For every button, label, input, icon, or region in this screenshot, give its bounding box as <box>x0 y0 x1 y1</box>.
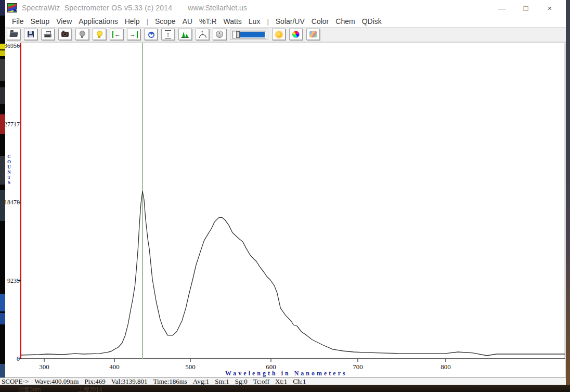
status-segment: Sg:0 <box>235 377 248 385</box>
status-segment: Val:3139.801 <box>111 377 148 385</box>
desktop-right-strip <box>566 0 570 392</box>
spectrum-plot-area[interactable] <box>0 0 570 392</box>
status-segment: SCOPE-> <box>2 377 29 385</box>
status-segment: Wave:400.09nm <box>34 377 79 385</box>
background-window-fragment <box>0 44 5 49</box>
x-tick-label: 500 <box>180 363 201 371</box>
status-segment: Ch:1 <box>293 377 306 385</box>
status-segment: Sm:1 <box>215 377 229 385</box>
x-tick-label: 300 <box>34 363 55 371</box>
desktop-left-strip-top <box>0 0 5 16</box>
x-tick-label: 700 <box>347 363 368 371</box>
status-segment: Xt:1 <box>275 377 287 385</box>
background-window-fragment <box>0 50 5 56</box>
background-window-fragment <box>0 59 5 81</box>
taskbar-item-text: 工程2014 <box>78 386 102 392</box>
status-segment: Avg:1 <box>193 377 210 385</box>
status-segment: Time:186ms <box>153 377 187 385</box>
background-window-fragment <box>0 156 5 185</box>
x-tick-label: 800 <box>435 363 456 371</box>
plot-frame <box>21 43 565 359</box>
background-window-fragment <box>0 87 5 104</box>
x-axis-title: Wavelength in Nanometers <box>225 370 347 377</box>
background-window-fragment <box>0 294 5 311</box>
background-window-fragment <box>0 313 5 324</box>
screen: SpectraWiz Spectrometer OS v5.33 (c) 201… <box>0 0 570 392</box>
background-window-fragment <box>0 190 5 221</box>
x-tick-label: 400 <box>104 363 125 371</box>
status-bar: SCOPE->Wave:400.09nmPix:469Val:3139.801T… <box>0 377 566 385</box>
status-segment: Tc:off <box>253 377 269 385</box>
spectrum-curve <box>21 191 565 356</box>
background-window-fragment <box>0 364 5 377</box>
background-window-fragment <box>0 114 5 134</box>
status-segment: Pix:469 <box>84 377 105 385</box>
y-axis-title: COUNTS <box>6 154 12 185</box>
taskbar-item-text: 回复3dm <box>18 386 41 392</box>
desktop-left-strip <box>0 0 5 377</box>
desktop-taskbar[interactable]: 回复3dm工程2014 <box>0 385 570 392</box>
